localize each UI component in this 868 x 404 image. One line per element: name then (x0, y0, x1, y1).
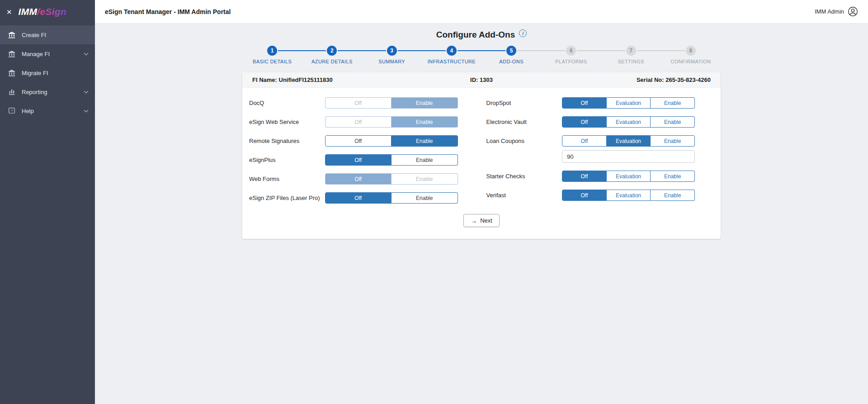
addons-left-column: DocQOffEnableeSign Web ServiceOffEnableR… (249, 97, 458, 211)
page-title: Configure Add-Ons (436, 30, 515, 40)
user-menu[interactable]: IMM Admin (815, 6, 858, 17)
step-basic-details[interactable]: 1BASIC DETAILS (242, 46, 302, 64)
sidebar-item-create-fi[interactable]: Create FI (0, 25, 95, 44)
step-summary[interactable]: 3SUMMARY (362, 46, 422, 64)
web-forms-option-enable: Enable (392, 173, 458, 185)
bank-icon (7, 49, 16, 58)
logo-esign: /eSign (37, 6, 66, 17)
esignplus-option-off[interactable]: Off (325, 154, 392, 166)
web-forms-option-off: Off (325, 173, 392, 185)
addon-label: DocQ (249, 97, 264, 109)
step-number: 6 (566, 46, 576, 56)
addon-label: eSign Web Service (249, 116, 299, 128)
step-infrastructure[interactable]: 4INFRASTRUCTURE (422, 46, 481, 64)
step-number: 7 (626, 46, 636, 56)
addon-label: Web Forms (249, 173, 279, 185)
chevron-down-icon (84, 90, 89, 94)
stepper: 1BASIC DETAILS2AZURE DETAILS3SUMMARY4INF… (242, 46, 721, 64)
remote-signatures-toggle: OffEnable (325, 135, 458, 147)
esign-zip-files-laser-pro-option-enable[interactable]: Enable (392, 192, 458, 204)
remote-signatures-option-off[interactable]: Off (325, 135, 392, 147)
loan-coupons-option-enable[interactable]: Enable (651, 135, 695, 147)
step-add-ons[interactable]: 5ADD-ONS (481, 46, 541, 64)
addons-right-column: DropSpotOffEvaluationEnableElectronic Va… (486, 97, 695, 211)
esign-web-service-option-enable: Enable (392, 116, 458, 128)
step-label: PLATFORMS (541, 59, 601, 64)
addon-row-esignplus: eSignPlusOffEnable (249, 154, 458, 166)
addon-row-esign-web-service: eSign Web ServiceOffEnable (249, 116, 458, 128)
app-logo: IMM/eSign (19, 6, 67, 17)
step-label: ADD-ONS (481, 59, 541, 64)
dropspot-option-off[interactable]: Off (562, 97, 607, 109)
step-number: 5 (506, 46, 516, 56)
addon-row-esign-zip-files-laser-pro: eSign ZIP Files (Laser Pro)OffEnable (249, 192, 458, 204)
sidebar-header: ✕ IMM/eSign (0, 0, 95, 24)
svg-text:?: ? (11, 109, 13, 113)
step-number: 8 (686, 46, 696, 56)
sidebar-menu: Create FIManage FIMigrate FIReporting?He… (0, 25, 95, 120)
loan-coupons-option-off[interactable]: Off (562, 135, 607, 147)
step-label: BASIC DETAILS (242, 59, 302, 64)
electronic-vault-option-off[interactable]: Off (562, 116, 607, 128)
addon-label: Loan Coupons (486, 135, 525, 147)
verifast-option-off[interactable]: Off (562, 190, 607, 201)
electronic-vault-option-evaluation[interactable]: Evaluation (607, 116, 651, 128)
fi-serial: Serial No: 265-35-823-4260 (558, 76, 711, 83)
sidebar-item-label: Migrate FI (22, 70, 48, 76)
info-icon[interactable]: i (519, 29, 527, 37)
verifast-toggle: OffEvaluationEnable (562, 190, 695, 201)
electronic-vault-toggle: OffEvaluationEnable (562, 116, 695, 128)
sidebar-item-label: Reporting (22, 89, 47, 95)
fi-name: FI Name: UnifiedFI125111830 (252, 76, 405, 83)
window-title: eSign Tenant Manager - IMM Admin Portal (105, 8, 231, 15)
step-settings[interactable]: 7SETTINGS (601, 46, 661, 64)
remote-signatures-option-enable[interactable]: Enable (392, 135, 458, 147)
verifast-option-evaluation[interactable]: Evaluation (607, 190, 651, 201)
addon-label: eSign ZIP Files (Laser Pro) (249, 192, 320, 204)
addon-row-starter-checks: Starter ChecksOffEvaluationEnable (486, 171, 695, 182)
step-number: 3 (387, 46, 397, 56)
sidebar-item-manage-fi[interactable]: Manage FI (0, 44, 95, 63)
esign-zip-files-laser-pro-option-off[interactable]: Off (325, 192, 392, 204)
dropspot-option-evaluation[interactable]: Evaluation (607, 97, 651, 109)
starter-checks-option-off[interactable]: Off (562, 171, 607, 182)
step-platforms[interactable]: 6PLATFORMS (541, 46, 601, 64)
step-azure-details[interactable]: 2AZURE DETAILS (302, 46, 362, 64)
electronic-vault-option-enable[interactable]: Enable (651, 116, 695, 128)
top-bar: eSign Tenant Manager - IMM Admin Portal … (95, 0, 868, 24)
sidebar-item-help[interactable]: ?Help (0, 101, 95, 120)
step-number: 2 (327, 46, 337, 56)
addon-row-verifast: VerifastOffEvaluationEnable (486, 190, 695, 201)
addon-row-remote-signatures: Remote SignaturesOffEnable (249, 135, 458, 147)
docq-toggle: OffEnable (325, 97, 458, 109)
esignplus-option-enable[interactable]: Enable (392, 154, 458, 166)
addon-label: Verifast (486, 190, 506, 201)
help-icon: ? (7, 106, 16, 115)
addon-label: eSignPlus (249, 154, 276, 166)
chevron-down-icon (84, 109, 89, 113)
sidebar-item-reporting[interactable]: Reporting (0, 82, 95, 101)
step-label: SUMMARY (362, 59, 422, 64)
close-icon[interactable]: ✕ (6, 9, 12, 15)
loan-coupons-input[interactable] (562, 150, 695, 163)
step-number: 4 (447, 46, 457, 56)
addon-label: Remote Signatures (249, 135, 299, 147)
dropspot-option-enable[interactable]: Enable (651, 97, 695, 109)
step-confirmation[interactable]: 8CONFIRMATION (661, 46, 721, 64)
next-button[interactable]: → Next (463, 214, 500, 227)
verifast-option-enable[interactable]: Enable (651, 190, 695, 201)
starter-checks-option-enable[interactable]: Enable (651, 171, 695, 182)
starter-checks-option-evaluation[interactable]: Evaluation (607, 171, 651, 182)
addon-row-web-forms: Web FormsOffEnable (249, 173, 458, 185)
loan-coupons-option-evaluation[interactable]: Evaluation (607, 135, 651, 147)
step-number: 1 (267, 46, 277, 56)
bank-icon (7, 30, 16, 39)
addon-row-docq: DocQOffEnable (249, 97, 458, 109)
sidebar-item-migrate-fi[interactable]: Migrate FI (0, 63, 95, 82)
docq-option-enable: Enable (392, 97, 458, 109)
addon-row-dropspot: DropSpotOffEvaluationEnable (486, 97, 695, 109)
esignplus-toggle: OffEnable (325, 154, 458, 166)
chevron-down-icon (84, 52, 89, 56)
esign-zip-files-laser-pro-toggle: OffEnable (325, 192, 458, 204)
step-label: CONFIRMATION (661, 59, 721, 64)
